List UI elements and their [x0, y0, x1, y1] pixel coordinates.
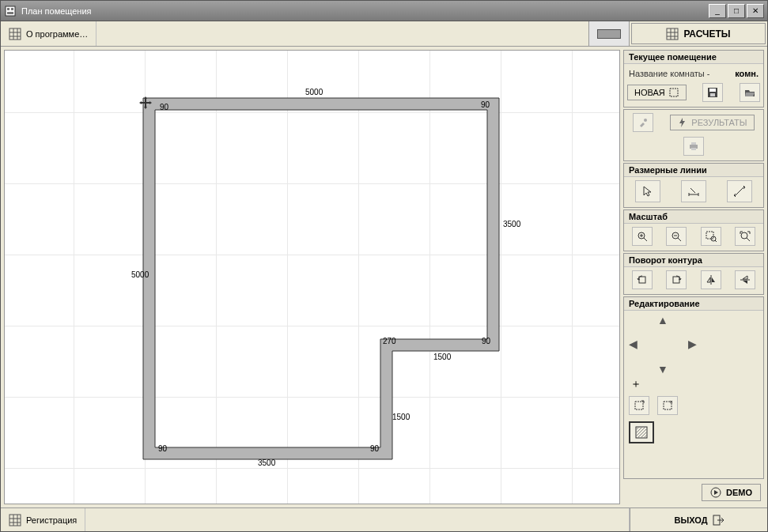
zoom-out-button[interactable]	[666, 227, 687, 246]
dim-top-left-90: 90	[160, 103, 168, 111]
results-label: РЕЗУЛЬТАТЫ	[691, 118, 747, 127]
new-room-label: НОВАЯ	[634, 88, 665, 97]
results-prev-button[interactable]	[633, 113, 653, 132]
grid-icon	[9, 514, 21, 526]
panel-current-room-title: Текущее помещение	[624, 51, 763, 64]
panel-rotate-title: Поворот контура	[624, 254, 763, 267]
dim-bottom-left-90: 90	[158, 444, 167, 453]
svg-point-10	[644, 119, 647, 122]
svg-rect-16	[706, 232, 713, 239]
titlebar: План помещения _ □ ✕	[1, 1, 767, 21]
dim-add-linear[interactable]	[681, 180, 706, 202]
play-icon	[710, 487, 721, 498]
demo-label: DEMO	[726, 488, 752, 497]
panel-rotate: Поворот контура	[623, 253, 764, 295]
calculate-label: РАСЧЕТЫ	[683, 28, 730, 40]
demo-row: DEMO	[623, 481, 764, 504]
dim-mode-pointer[interactable]	[635, 180, 660, 202]
svg-rect-20	[673, 277, 679, 283]
grid-icon	[9, 28, 21, 40]
svg-rect-0	[6, 6, 15, 16]
dim-add-aligned[interactable]	[727, 180, 752, 202]
rotate-ccw-icon	[637, 274, 648, 285]
mirror-v-button[interactable]	[735, 270, 755, 289]
hatch-icon	[635, 426, 648, 439]
open-room-button[interactable]	[740, 83, 760, 102]
svg-rect-4	[9, 28, 21, 40]
svg-rect-1	[7, 8, 9, 10]
svg-rect-2	[11, 8, 13, 10]
folder-open-icon	[744, 87, 755, 98]
about-button[interactable]: О программе…	[1, 21, 96, 46]
contour-add-button[interactable]	[629, 396, 649, 415]
hatch-fill-button[interactable]	[629, 421, 654, 443]
nudge-left-button[interactable]: ◀	[629, 338, 637, 350]
svg-point-18	[741, 232, 747, 239]
svg-rect-5	[667, 28, 678, 40]
panel-dimension-lines: Размерные линии	[623, 163, 764, 208]
calculate-button[interactable]: РАСЧЕТЫ	[631, 23, 766, 44]
rotate-cw-button[interactable]	[666, 270, 687, 289]
print-results-button[interactable]	[683, 137, 704, 156]
dim-bottom-mid-90: 90	[370, 444, 379, 453]
svg-rect-13	[691, 148, 696, 150]
nudge-up-button[interactable]: ▲	[657, 314, 668, 326]
dim-mid-270: 270	[383, 337, 396, 345]
nudge-down-button[interactable]: ▼	[657, 363, 668, 375]
window-title: План помещения	[21, 6, 92, 16]
zoom-in-button[interactable]	[632, 227, 653, 246]
dim-right-3500: 3500	[503, 220, 520, 228]
minimize-button[interactable]: _	[709, 4, 726, 18]
svg-rect-19	[639, 277, 645, 283]
close-window-button[interactable]: ✕	[747, 4, 764, 18]
dim-top-5000: 5000	[305, 88, 323, 96]
dim-bottom-3500: 3500	[258, 458, 275, 467]
move-handle-icon[interactable]	[139, 96, 152, 109]
svg-rect-9	[710, 93, 715, 96]
canvas[interactable]: 5000 90 90 3500 90 270 1500 1500 5000 90…	[4, 50, 620, 504]
zoom-extents-icon	[740, 231, 751, 242]
mirror-v-icon	[740, 274, 751, 285]
panel-scale-title: Масштаб	[624, 210, 763, 224]
dim-right-mid-90: 90	[482, 337, 490, 345]
printer-icon	[688, 141, 699, 152]
contour-add-icon	[634, 400, 645, 411]
contour-remove-button[interactable]	[657, 396, 678, 415]
exit-icon	[713, 515, 724, 526]
maximize-button[interactable]: □	[728, 4, 745, 18]
results-button[interactable]: РЕЗУЛЬТАТЫ	[670, 115, 754, 130]
svg-rect-12	[691, 142, 696, 145]
svg-rect-8	[709, 89, 716, 92]
wall-style-selector[interactable]	[588, 21, 630, 46]
svg-rect-21	[635, 402, 643, 409]
zoom-out-icon	[671, 231, 682, 242]
panel-dims-title: Размерные линии	[624, 164, 763, 177]
zoom-extents-button[interactable]	[735, 227, 755, 246]
exit-label: ВЫХОД	[674, 515, 707, 525]
rotate-ccw-button[interactable]	[632, 270, 653, 289]
zoom-window-button[interactable]	[701, 227, 721, 246]
dim-top-right-90: 90	[481, 100, 490, 109]
dim-left-5000: 5000	[131, 270, 149, 279]
wall-swatch	[597, 29, 621, 39]
panel-results: РЕЗУЛЬТАТЫ	[623, 109, 764, 161]
pin-icon	[637, 117, 649, 128]
about-label: О программе…	[26, 29, 88, 39]
grid-icon	[666, 28, 679, 40]
save-room-button[interactable]	[702, 83, 723, 102]
save-icon	[707, 87, 718, 98]
side-panel: Текущее помещение Название комнаты - ком…	[623, 50, 764, 504]
contour-remove-icon	[662, 400, 673, 411]
svg-rect-6	[670, 89, 678, 96]
add-node-icon[interactable]: ＋	[630, 377, 641, 391]
panel-edit: Редактирование ▲ ▼ ◀ ▶ ＋	[623, 296, 764, 479]
panel-current-room: Текущее помещение Название комнаты - ком…	[623, 50, 764, 108]
new-room-button[interactable]: НОВАЯ	[627, 85, 687, 100]
nudge-right-button[interactable]: ▶	[688, 338, 697, 350]
register-button[interactable]: Регистрация	[1, 508, 85, 531]
demo-button[interactable]: DEMO	[702, 484, 761, 501]
mirror-h-button[interactable]	[701, 270, 721, 289]
app-icon	[4, 5, 17, 17]
exit-button[interactable]: ВЫХОД	[630, 508, 767, 531]
zoom-window-icon	[706, 231, 717, 242]
